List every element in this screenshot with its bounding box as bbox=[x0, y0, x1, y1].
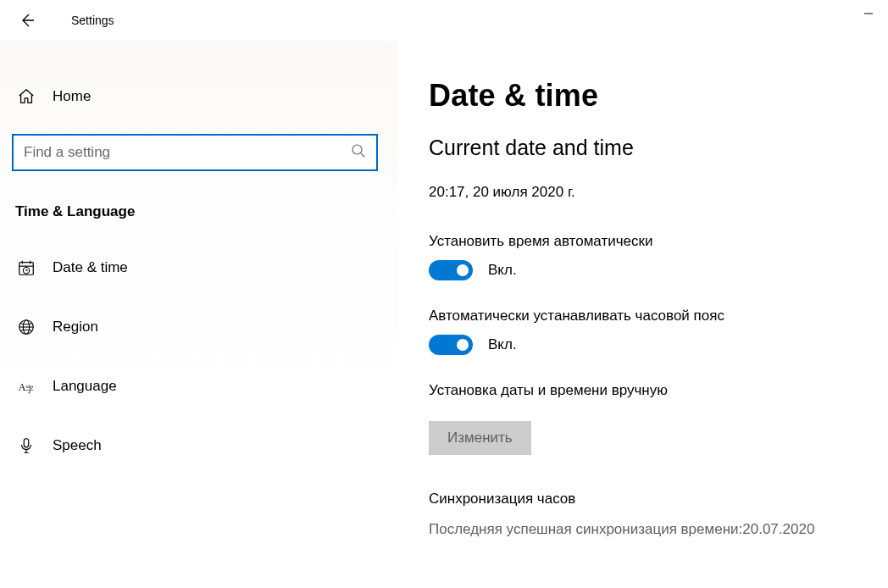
auto-time-state: Вкл. bbox=[488, 262, 517, 279]
svg-rect-13 bbox=[24, 439, 29, 447]
home-icon bbox=[17, 87, 36, 106]
page-title: Date & time bbox=[429, 78, 888, 114]
nav-label: Region bbox=[53, 319, 98, 336]
manual-set-label: Установка даты и времени вручную bbox=[429, 382, 888, 399]
home-label: Home bbox=[53, 88, 91, 105]
home-nav[interactable]: Home bbox=[12, 78, 378, 115]
auto-tz-label: Автоматически устанавливать часовой пояс bbox=[429, 308, 888, 325]
sidebar-item-speech[interactable]: Speech bbox=[12, 422, 378, 469]
change-button: Изменить bbox=[429, 421, 531, 455]
svg-rect-3 bbox=[19, 263, 34, 275]
back-button[interactable] bbox=[19, 3, 53, 37]
auto-time-toggle[interactable] bbox=[429, 260, 473, 280]
auto-tz-state: Вкл. bbox=[488, 336, 517, 353]
window-title: Settings bbox=[71, 14, 114, 27]
auto-time-label: Установить время автоматически bbox=[429, 233, 888, 250]
auto-tz-toggle[interactable] bbox=[429, 335, 473, 355]
sync-status: Последняя успешная синхронизация времени… bbox=[429, 521, 888, 538]
svg-line-2 bbox=[361, 153, 364, 157]
globe-icon bbox=[17, 318, 36, 336]
sidebar-item-date-time[interactable]: Date & time bbox=[12, 244, 378, 291]
svg-text:字: 字 bbox=[25, 385, 34, 394]
clock-calendar-icon bbox=[17, 258, 36, 277]
search-box[interactable] bbox=[12, 134, 378, 171]
nav-label: Speech bbox=[53, 437, 102, 454]
current-datetime-value: 20:17, 20 июля 2020 г. bbox=[429, 184, 888, 201]
content-pane: Date & time Current date and time 20:17,… bbox=[398, 41, 888, 588]
search-input[interactable] bbox=[24, 144, 351, 161]
microphone-icon bbox=[17, 436, 36, 455]
sidebar-item-language[interactable]: A字 Language bbox=[12, 363, 378, 410]
minimize-icon bbox=[863, 8, 874, 19]
sidebar: Home Time & Language Date & time Region … bbox=[0, 41, 398, 588]
nav-label: Language bbox=[53, 378, 117, 395]
section-current-dt: Current date and time bbox=[429, 136, 888, 160]
minimize-button[interactable] bbox=[849, 0, 888, 27]
svg-point-1 bbox=[352, 145, 362, 154]
sync-heading: Синхронизация часов bbox=[429, 491, 888, 508]
search-icon bbox=[351, 143, 366, 162]
sidebar-item-region[interactable]: Region bbox=[12, 303, 378, 351]
category-header: Time & Language bbox=[12, 203, 378, 220]
back-arrow-icon bbox=[19, 12, 36, 29]
language-icon: A字 bbox=[17, 377, 36, 396]
nav-label: Date & time bbox=[53, 259, 128, 276]
